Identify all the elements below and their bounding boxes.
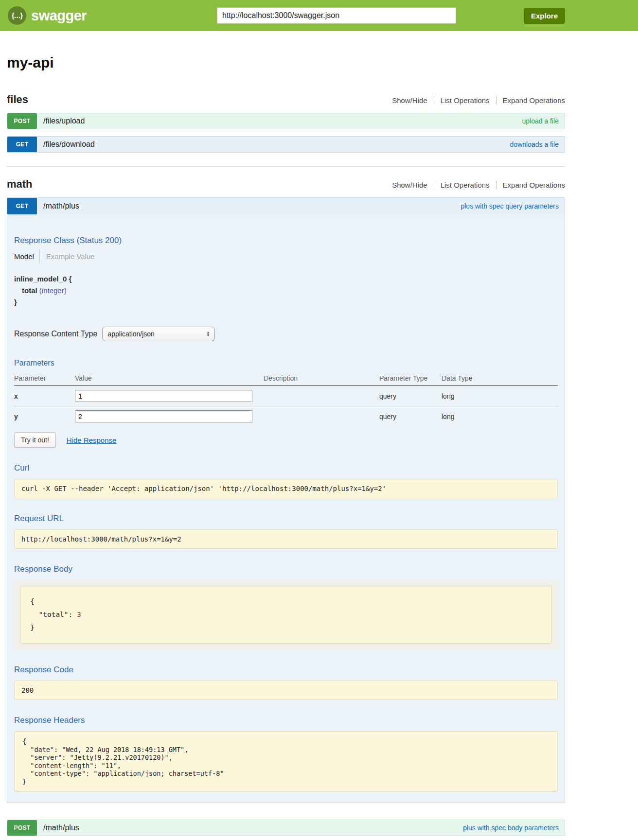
parameter-type: query [379,406,442,427]
response-code-box: 200 [14,681,558,700]
parameters-table: Parameter Value Description Parameter Ty… [14,371,558,426]
content-wrap: my-api files Show/Hide List Operations E… [7,54,565,840]
parameter-data-type: long [442,406,558,427]
operation-path-link[interactable]: /math/plus [43,202,79,210]
curl-command-box: curl -X GET --header 'Accept: applicatio… [14,479,558,498]
select-caret-icon: ▲▼ [206,331,210,337]
api-title: my-api [7,54,565,71]
method-badge-get: GET [7,137,37,152]
response-content-type-select[interactable]: application/json ▲▼ [102,327,215,341]
col-data-type: Data Type [442,371,558,385]
parameter-x-input[interactable] [75,390,252,402]
col-parameter-type: Parameter Type [379,371,442,385]
json-number-value: 3 [77,611,81,618]
parameter-description [264,406,379,427]
model-tabs: Model Example Value [14,249,558,263]
hide-response-link[interactable]: Hide Response [67,436,117,444]
response-code-heading: Response Code [14,665,558,675]
spec-url-input[interactable] [217,7,456,24]
response-body-outer: { "total": 3 } [14,580,558,649]
operation-row-get-files-download[interactable]: GET /files/download downloads a file [7,136,565,153]
request-url-box: http://localhost:3000/math/plus?x=1&y=2 [14,529,558,549]
swagger-brand[interactable]: {…} swagger [8,0,87,31]
parameters-heading: Parameters [14,359,558,368]
operation-content: Response Class (Status 200) Model Exampl… [7,236,565,803]
parameter-data-type: long [442,385,558,406]
resource-math-name[interactable]: math [7,178,33,191]
operation-summary-link[interactable]: plus with spec query parameters [461,202,559,210]
resource-files: files Show/Hide List Operations Expand O… [7,93,565,153]
expand-operations-link[interactable]: Expand Operations [496,96,565,105]
request-url-value: http://localhost:3000/math/plus?x=1&y=2 [15,530,557,548]
brand-name: swagger [31,8,87,24]
model-signature: inline_model_0 { total (integer) } [14,275,558,306]
response-headers-heading: Response Headers [14,716,558,725]
tab-model[interactable]: Model [14,252,34,261]
json-total-line: "total": 3 [30,608,542,621]
resource-math: math Show/Hide List Operations Expand Op… [7,166,565,836]
parameter-row-y: y query long [14,406,558,427]
method-badge-post: POST [7,820,37,836]
operation-path-link[interactable]: /files/upload [43,117,85,125]
curl-command: curl -X GET --header 'Accept: applicatio… [15,479,557,498]
model-closing-brace: } [14,298,558,306]
parameter-description [264,385,379,406]
selected-content-type: application/json [107,330,155,338]
parameter-y-input[interactable] [75,410,252,422]
operation-row-post-math-plus[interactable]: POST /math/plus plus with spec body para… [7,820,565,836]
list-operations-link[interactable]: List Operations [434,96,490,105]
response-body-heading: Response Body [14,564,558,574]
model-property: total (integer) [14,286,558,295]
operation-path-link[interactable]: /files/download [43,140,95,149]
expand-operations-link[interactable]: Expand Operations [496,181,565,189]
show-hide-link[interactable]: Show/Hide [392,181,427,189]
tab-example-value[interactable]: Example Value [46,252,95,261]
col-description: Description [264,371,379,385]
response-body-box: { "total": 3 } [20,586,552,644]
response-headers-box: { "date": "Wed, 22 Aug 2018 18:49:13 GMT… [14,731,558,792]
response-class-heading: Response Class (Status 200) [14,236,558,245]
col-parameter: Parameter [14,371,75,385]
operation-summary-link[interactable]: plus with spec body parameters [463,824,559,832]
parameter-name: y [14,406,75,427]
explore-button[interactable]: Explore [524,8,565,24]
swagger-logo-icon: {…} [8,6,26,25]
resource-math-controls: Show/Hide List Operations Expand Operati… [392,181,565,189]
col-value: Value [75,371,264,385]
parameter-name: x [14,385,75,406]
method-badge-get: GET [7,198,37,214]
parameters-header-row: Parameter Value Description Parameter Ty… [14,371,558,385]
operation-summary-link[interactable]: upload a file [522,117,559,125]
resource-files-controls: Show/Hide List Operations Expand Operati… [392,96,565,105]
model-declaration: inline_model_0 { [14,275,558,283]
operation-path-link[interactable]: /math/plus [43,823,79,832]
json-close-brace: } [30,621,542,634]
curl-heading: Curl [14,463,558,473]
response-content-type-label: Response Content Type [14,330,97,338]
parameter-row-x: x query long [14,385,558,406]
list-operations-link[interactable]: List Operations [434,181,490,189]
json-open-brace: { [30,595,542,608]
request-url-heading: Request URL [14,514,558,524]
parameter-type: query [379,385,442,406]
operation-expanded-get-math-plus: GET /math/plus plus with spec query para… [7,197,565,803]
operation-row-post-files-upload[interactable]: POST /files/upload upload a file [7,113,565,129]
resource-files-name[interactable]: files [7,93,28,106]
response-code-value: 200 [15,681,557,700]
tab-divider [39,249,40,263]
top-bar: {…} swagger Explore [0,0,638,31]
operation-row-get-math-plus[interactable]: GET /math/plus plus with spec query para… [7,198,565,214]
try-it-out-button[interactable]: Try it out! [14,432,56,448]
response-content-type-row: Response Content Type application/json ▲… [14,327,558,341]
method-badge-post: POST [7,113,37,129]
show-hide-link[interactable]: Show/Hide [392,96,427,105]
operation-summary-link[interactable]: downloads a file [510,140,559,148]
